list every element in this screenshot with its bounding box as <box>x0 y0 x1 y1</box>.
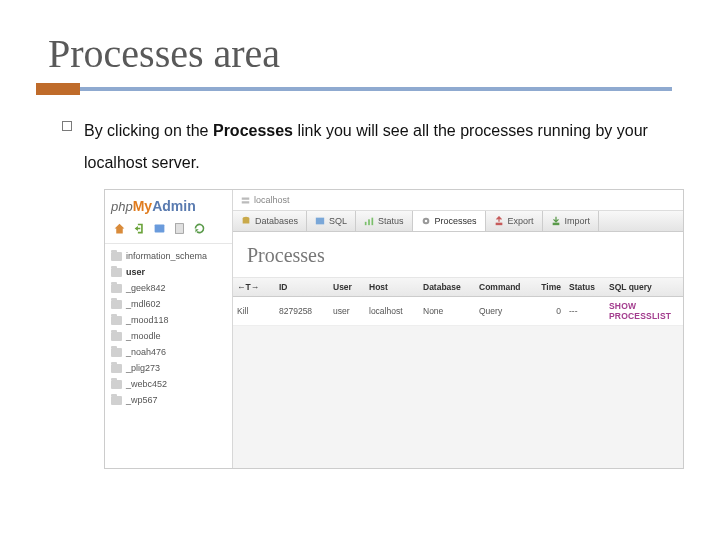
database-icon <box>111 332 122 341</box>
cell-user: user <box>329 302 365 320</box>
cell-id: 8279258 <box>275 302 329 320</box>
export-icon <box>494 216 504 226</box>
sidebar-item-db[interactable]: _plig273 <box>105 360 232 376</box>
import-icon <box>551 216 561 226</box>
svg-rect-7 <box>365 222 367 225</box>
server-icon <box>241 196 250 205</box>
sidebar-item-db[interactable]: _noah476 <box>105 344 232 360</box>
logout-icon[interactable] <box>133 222 146 235</box>
database-icon <box>111 316 122 325</box>
tab-export[interactable]: Export <box>486 211 543 231</box>
docs-icon[interactable] <box>173 222 186 235</box>
database-icon <box>111 364 122 373</box>
main-panel: localhost Databases SQL Status Processes… <box>233 190 683 468</box>
svg-rect-6 <box>316 218 324 225</box>
phpmyadmin-logo: phpMyAdmin <box>105 190 232 218</box>
gear-icon <box>421 216 431 226</box>
slide-title: Processes area <box>48 30 672 77</box>
svg-rect-12 <box>495 223 502 226</box>
database-icon <box>241 216 251 226</box>
svg-rect-8 <box>368 219 370 225</box>
sidebar-item-db[interactable]: _mood118 <box>105 312 232 328</box>
database-icon <box>111 252 122 261</box>
table-header: ←T→ ID User Host Database Command Time S… <box>233 278 683 297</box>
tab-status[interactable]: Status <box>356 211 413 231</box>
svg-rect-5 <box>243 219 250 224</box>
bullet-icon <box>62 121 72 131</box>
database-icon <box>111 268 122 277</box>
breadcrumb: localhost <box>233 190 683 211</box>
sidebar-item-db[interactable]: information_schema <box>105 248 232 264</box>
cell-sql: SHOW PROCESSLIST <box>609 301 671 321</box>
sql-icon[interactable] <box>153 222 166 235</box>
kill-link[interactable]: Kill <box>237 306 248 316</box>
cell-host: localhost <box>365 302 419 320</box>
database-icon <box>111 348 122 357</box>
svg-rect-9 <box>372 218 374 226</box>
status-icon <box>364 216 374 226</box>
table-row: Kill 8279258 user localhost None Query 0… <box>233 297 683 326</box>
sidebar-item-db[interactable]: _webc452 <box>105 376 232 392</box>
home-icon[interactable] <box>113 222 126 235</box>
svg-rect-1 <box>175 224 183 234</box>
cell-time: 0 <box>531 302 565 320</box>
sidebar-item-db[interactable]: _moodle <box>105 328 232 344</box>
cell-status: --- <box>565 302 605 320</box>
title-rule <box>48 83 672 97</box>
sidebar: phpMyAdmin information_schema user _geek… <box>105 190 233 468</box>
tab-bar: Databases SQL Status Processes Export Im… <box>233 211 683 232</box>
database-icon <box>111 284 122 293</box>
reload-icon[interactable] <box>193 222 206 235</box>
sidebar-toolbar <box>105 218 232 244</box>
sidebar-item-db[interactable]: user <box>105 264 232 280</box>
tab-sql[interactable]: SQL <box>307 211 356 231</box>
database-icon <box>111 396 122 405</box>
sidebar-item-db[interactable]: _geek842 <box>105 280 232 296</box>
database-icon <box>111 300 122 309</box>
svg-rect-2 <box>242 197 250 199</box>
cell-db: None <box>419 302 475 320</box>
cell-cmd: Query <box>475 302 531 320</box>
svg-rect-3 <box>242 201 250 203</box>
phpmyadmin-screenshot: phpMyAdmin information_schema user _geek… <box>104 189 684 469</box>
tab-databases[interactable]: Databases <box>233 211 307 231</box>
body-paragraph: By clicking on the Processes link you wi… <box>84 115 672 179</box>
page-heading: Processes <box>233 232 683 278</box>
database-icon <box>111 380 122 389</box>
svg-rect-13 <box>552 223 559 226</box>
database-list: information_schema user _geek842 _mdl602… <box>105 244 232 412</box>
tab-import[interactable]: Import <box>543 211 600 231</box>
tab-processes[interactable]: Processes <box>413 211 486 231</box>
svg-point-11 <box>424 220 427 223</box>
sidebar-item-db[interactable]: _mdl602 <box>105 296 232 312</box>
sidebar-item-db[interactable]: _wp567 <box>105 392 232 408</box>
sql-icon <box>315 216 325 226</box>
svg-rect-0 <box>155 224 165 232</box>
process-table: ←T→ ID User Host Database Command Time S… <box>233 278 683 326</box>
